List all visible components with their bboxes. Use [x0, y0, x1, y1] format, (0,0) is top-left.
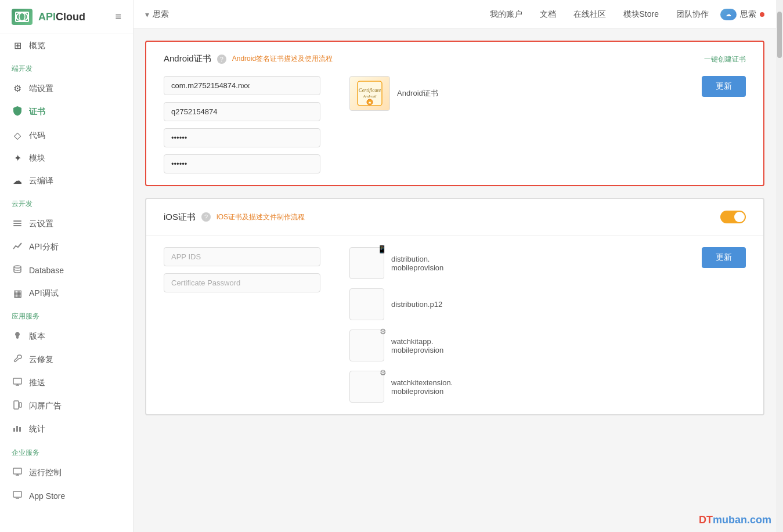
sidebar-item-module[interactable]: ✦ 模块: [0, 147, 133, 169]
android-cert-help-icon[interactable]: ?: [217, 55, 226, 64]
nav-team[interactable]: 团队协作: [676, 9, 709, 20]
sidebar-item-label: 云编译: [29, 176, 53, 186]
sidebar-item-label: API分析: [29, 242, 59, 252]
sidebar-item-label: 云修复: [29, 354, 53, 365]
sidebar-item-version[interactable]: 版本: [0, 325, 133, 348]
scrollbar-track[interactable]: [776, 0, 783, 532]
sidebar-item-label: 证书: [29, 107, 45, 117]
sidebar-item-stats[interactable]: 统计: [0, 418, 133, 441]
ios-appids-input[interactable]: [164, 247, 320, 266]
ios-cert-card: iOS证书 ? iOS证书及描述文件制作流程 📱: [145, 198, 764, 415]
file-row-watchkitext-mobileprovi: ⚙ watchkitextension.mobileprovision: [349, 371, 679, 403]
shield-icon: [12, 106, 23, 118]
svg-rect-12: [13, 468, 21, 474]
svg-rect-6: [13, 378, 21, 384]
ios-cert-title: iOS证书: [164, 212, 196, 223]
sidebar-item-label: App Store: [29, 491, 65, 501]
chevron-down-icon: ▾: [145, 10, 149, 19]
sidebar-item-run-control[interactable]: 运行控制: [0, 461, 133, 484]
sidebar-item-push[interactable]: 推送: [0, 371, 133, 395]
section-label-企业服务: 企业服务: [0, 441, 133, 461]
android-password2-input[interactable]: [164, 154, 320, 173]
svg-text:Certificate: Certificate: [359, 87, 381, 93]
sidebar-item-cert[interactable]: 证书: [0, 100, 133, 124]
android-cert-thumbnail: Certificate Android ★: [349, 76, 390, 111]
android-package-input[interactable]: [164, 76, 320, 95]
sidebar-item-label: 统计: [29, 424, 45, 435]
sidebar-item-code[interactable]: ◇ 代码: [0, 124, 133, 147]
ios-cert-fields: [164, 247, 326, 292]
nav-docs[interactable]: 文档: [540, 9, 556, 20]
gear-icon: ⚙: [12, 83, 23, 94]
sidebar-item-api-analytics[interactable]: API分析: [0, 236, 133, 259]
section-label-应用服务: 应用服务: [0, 305, 133, 325]
ios-cert-form: 📱 distribution.mobileprovision distribut…: [164, 247, 746, 403]
nav-module-store[interactable]: 模块Store: [623, 9, 659, 20]
sidebar-item-settings[interactable]: ⚙ 端设置: [0, 77, 133, 100]
sidebar-item-app-store[interactable]: App Store: [0, 484, 133, 508]
sidebar-logo[interactable]: APICloud ≡: [0, 0, 133, 34]
scrollbar-thumb[interactable]: [777, 12, 782, 58]
gear-badge-watchkitext: ⚙: [380, 368, 387, 377]
file-row-dist-p12: distribution.p12: [349, 288, 679, 320]
sidebar-item-label: API调试: [29, 288, 59, 299]
nav-community[interactable]: 在线社区: [573, 9, 606, 20]
android-cert-display: Certificate Android ★ Android证书: [349, 76, 679, 111]
ios-cert-help-icon[interactable]: ?: [201, 212, 211, 222]
sidebar-item-label: 运行控制: [29, 468, 62, 478]
ios-cert-toggle[interactable]: [720, 211, 746, 223]
svg-rect-13: [13, 491, 21, 497]
sidebar-item-overview[interactable]: ⊞ 概览: [0, 34, 133, 57]
file-box-watchkit-mobileprovi[interactable]: ⚙: [349, 330, 384, 361]
logo-text: APICloud: [38, 11, 85, 23]
ios-update-button[interactable]: 更新: [702, 247, 746, 268]
svg-text:Android: Android: [363, 94, 377, 99]
android-cert-thumb-area: Certificate Android ★ Android证书: [349, 76, 679, 111]
android-cert-card: Android证书 ? Android签名证书描述及使用流程 一键创建证书: [145, 41, 764, 186]
android-update-button[interactable]: 更新: [702, 76, 746, 97]
nav-account[interactable]: 我的账户: [490, 9, 522, 20]
android-alias-input[interactable]: [164, 102, 320, 121]
file-box-watchkitext-mobileprovi[interactable]: ⚙: [349, 371, 384, 403]
svg-point-0: [16, 13, 28, 21]
ios-cert-password-input[interactable]: [164, 273, 320, 292]
sidebar-item-label: 模块: [29, 153, 45, 164]
ios-cert-help-link[interactable]: iOS证书及描述文件制作流程: [217, 212, 305, 222]
sidebar-item-label: 代码: [29, 131, 45, 141]
topbar-current-app[interactable]: 思索: [153, 9, 169, 20]
watermark-muban: muban.com: [713, 514, 771, 526]
user-name-label: 思索: [740, 9, 756, 20]
android-cert-help-link[interactable]: Android签名证书描述及使用流程: [232, 54, 333, 64]
gear-badge-watchkit: ⚙: [380, 327, 387, 336]
sidebar-item-label: 推送: [29, 378, 45, 388]
sidebar-item-database[interactable]: Database: [0, 259, 133, 282]
svg-rect-3: [13, 223, 21, 224]
android-cert-form: Certificate Android ★ Android证书 更新: [164, 76, 746, 173]
android-password1-input[interactable]: [164, 128, 320, 147]
hamburger-icon[interactable]: ≡: [115, 11, 121, 23]
file-label-dist-p12: distribution.p12: [391, 300, 442, 309]
chart-icon: [12, 241, 23, 253]
file-label-watchkitext-mobileprovi: watchkitextension.mobileprovision: [391, 378, 453, 396]
sidebar: APICloud ≡ ⊞ 概览 端开发 ⚙ 端设置 证书 ◇ 代码 ✦ 模块 ☁…: [0, 0, 133, 532]
sidebar-item-cloud-compile[interactable]: ☁ 云编译: [0, 169, 133, 192]
sidebar-item-cloud-settings[interactable]: 云设置: [0, 212, 133, 236]
file-box-dist-mobileprovi[interactable]: 📱: [349, 247, 384, 279]
android-cert-create-link[interactable]: 一键创建证书: [704, 55, 746, 63]
sidebar-item-label: 概览: [29, 41, 45, 51]
android-cert-label: Android证书: [397, 88, 438, 99]
topbar: ▾ 思索 我的账户 文档 在线社区 模块Store 团队协作 ☁ 思索: [133, 0, 776, 29]
android-cert-fields: [164, 76, 326, 173]
sidebar-item-splash-ad[interactable]: 闪屏广告: [0, 395, 133, 418]
notification-badge: [760, 12, 764, 17]
svg-rect-9: [13, 428, 15, 432]
watermark-dt: DT: [699, 514, 713, 526]
cloud-icon: ☁: [12, 175, 23, 186]
topbar-user[interactable]: ☁ 思索: [720, 9, 764, 20]
sidebar-item-api-debug[interactable]: ▦ API调试: [0, 282, 133, 305]
sidebar-item-cloud-fix[interactable]: 云修复: [0, 348, 133, 371]
file-label-watchkit-mobileprovi: watchkitapp.mobileprovision: [391, 337, 443, 354]
svg-rect-2: [13, 220, 21, 222]
phone-badge: 📱: [377, 245, 387, 254]
file-box-dist-p12[interactable]: [349, 288, 384, 320]
